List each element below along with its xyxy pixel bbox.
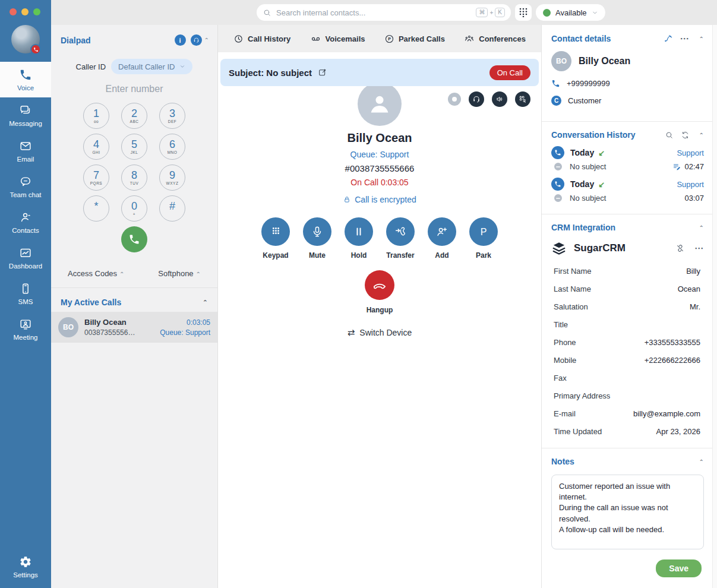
tab-voicemails[interactable]: Voicemails (310, 34, 365, 44)
history-time: 02:47 (684, 162, 704, 171)
tab-conferences[interactable]: Conferences (464, 34, 526, 44)
sidebar-item-label: Meeting (14, 334, 38, 341)
speaker-device-icon[interactable] (492, 91, 507, 107)
zoom-window-button[interactable] (33, 8, 40, 15)
collapse-contact-chevron[interactable]: ⌃ (699, 36, 704, 42)
headset-toggle-icon[interactable] (191, 34, 202, 46)
close-window-button[interactable] (10, 8, 17, 15)
save-button[interactable]: Save (656, 559, 702, 577)
hangup-label: Hangup (367, 306, 393, 314)
keypad-key[interactable]: 2 ABC (121, 103, 147, 129)
presence-status-selector[interactable]: Available (536, 4, 605, 21)
call-button[interactable] (121, 226, 147, 252)
keypad-key[interactable]: 4 GHI (83, 134, 109, 160)
key-letters: TUV (130, 181, 139, 186)
dialpad-grid-button[interactable] (515, 4, 532, 21)
park-action-button[interactable]: P Park (469, 217, 498, 260)
callee-number: #0038735555666 (345, 163, 415, 173)
history-queue: Support (677, 148, 704, 157)
info-icon[interactable]: i (175, 34, 186, 46)
keypad-key[interactable]: 3 DEF (159, 103, 185, 129)
crm-provider-name: SugarCRM (574, 242, 626, 254)
contact-details-title: Contact details (551, 34, 611, 43)
collapse-notes-chevron[interactable]: ⌃ (699, 459, 704, 465)
collapse-active-calls-chevron[interactable]: ⌃ (203, 299, 208, 306)
softphone-label: Softphone (158, 269, 193, 278)
keypad-key[interactable]: 1 oo (83, 103, 109, 129)
crm-field-label: Primary Address (554, 391, 610, 400)
crm-field-value: Mr. (690, 302, 704, 311)
collapse-history-chevron[interactable]: ⌃ (699, 132, 704, 138)
softphone-toggle[interactable]: Softphone⌃ (158, 269, 201, 278)
access-codes-toggle[interactable]: Access Codes⌃ (68, 269, 124, 278)
keypad-key[interactable]: 5 JKL (121, 134, 147, 160)
key-digit: 8 (131, 170, 137, 181)
more-options-icon[interactable]: ⋯ (680, 33, 690, 44)
keypad-key[interactable]: 9 WXYZ (159, 165, 185, 191)
my-active-calls-title: My Active Calls (61, 298, 121, 307)
keypad-key[interactable]: # (159, 195, 185, 222)
tab-call-history[interactable]: Call History (233, 34, 290, 44)
transfer-action-button[interactable]: Transfer (386, 217, 415, 260)
minimize-window-button[interactable] (21, 8, 29, 15)
search-input[interactable] (276, 8, 476, 17)
user-avatar[interactable] (11, 25, 40, 53)
crm-field-label: Fax (554, 374, 567, 382)
sidebar-item-email[interactable]: Email (0, 133, 51, 169)
switch-device-button[interactable]: ⇄ Switch Device (348, 327, 412, 338)
sidebar-item-dashboard[interactable]: Dashboard (0, 240, 51, 276)
hold-action-button[interactable]: Hold (345, 217, 373, 260)
sidebar-item-messaging[interactable]: Messaging (0, 97, 51, 133)
collapse-dialpad-chevron[interactable]: ⌃ (204, 37, 209, 43)
edit-subject-icon[interactable] (318, 68, 327, 77)
sidebar-item-label: Voice (17, 84, 34, 91)
sidebar-item-contacts[interactable]: Contacts (0, 204, 51, 240)
history-entry[interactable]: Today ↙ Support No subject (551, 178, 704, 203)
keypad-action-button[interactable]: Keypad (261, 217, 290, 260)
notes-textarea[interactable]: Customer reported an issue with internet… (551, 475, 704, 549)
journey-icon[interactable] (664, 34, 673, 43)
refresh-icon[interactable] (681, 131, 690, 140)
keypad-key[interactable]: 7 PQRS (83, 165, 109, 191)
svg-text:P: P (481, 227, 487, 237)
keypad-key[interactable]: 6 MNO (159, 134, 185, 160)
sidebar-item-sms[interactable]: SMS (0, 276, 51, 311)
sidebar-item-voice[interactable]: Voice (0, 62, 51, 97)
keypad-key[interactable]: 8 TUV (121, 165, 147, 191)
action-label: Hold (351, 251, 367, 260)
keypad-key[interactable]: 0 + (121, 195, 147, 222)
unlink-icon[interactable] (675, 244, 685, 253)
on-call-badge-icon (30, 44, 41, 55)
mute-action-button[interactable]: Mute (303, 217, 331, 260)
call-tabs: Call History Voicemails P Parked Calls C… (218, 25, 541, 52)
notes-section: Notes ⌃ Customer reported an issue with … (542, 448, 712, 588)
scrollbar-track[interactable] (712, 25, 717, 588)
sidebar-item-team-chat[interactable]: Team chat (0, 169, 51, 204)
caller-id-select[interactable]: Default Caller ID (111, 59, 192, 74)
collapse-crm-chevron[interactable]: ⌃ (699, 225, 704, 231)
hangup-button[interactable]: Hangup (365, 270, 394, 314)
call-note-icon[interactable] (672, 162, 681, 171)
headset-device-icon[interactable] (469, 91, 484, 107)
sidebar-item-settings[interactable]: Settings (0, 549, 51, 584)
search-history-icon[interactable] (665, 131, 674, 140)
keypad-key[interactable]: * (83, 195, 109, 222)
sidebar-item-meeting[interactable]: Meeting (0, 311, 51, 347)
clock-icon (233, 34, 244, 44)
record-indicator-icon[interactable] (448, 93, 461, 106)
add-participant-action-button[interactable]: Add (428, 217, 456, 260)
key-digit: * (94, 201, 98, 212)
subject-text: Subject: No subject (229, 68, 312, 78)
crm-field-row: Mobile +222666222666 (551, 351, 704, 369)
history-entry[interactable]: Today ↙ Support No subject (551, 146, 704, 171)
tab-parked-calls[interactable]: P Parked Calls (384, 34, 445, 44)
crm-more-options-icon[interactable]: ⋯ (694, 243, 704, 254)
key-digit: 0 (131, 201, 137, 212)
keypad-device-icon[interactable] (515, 91, 530, 107)
callee-name: Billy Ocean (348, 131, 412, 145)
active-call-number: 00387355556… (84, 328, 154, 337)
key-letters: WXYZ (166, 181, 179, 186)
number-input[interactable] (75, 84, 194, 94)
active-call-row[interactable]: BO Billy Ocean 00387355556… 0:03:05 Queu… (51, 312, 217, 343)
chevron-down-icon (179, 64, 185, 69)
